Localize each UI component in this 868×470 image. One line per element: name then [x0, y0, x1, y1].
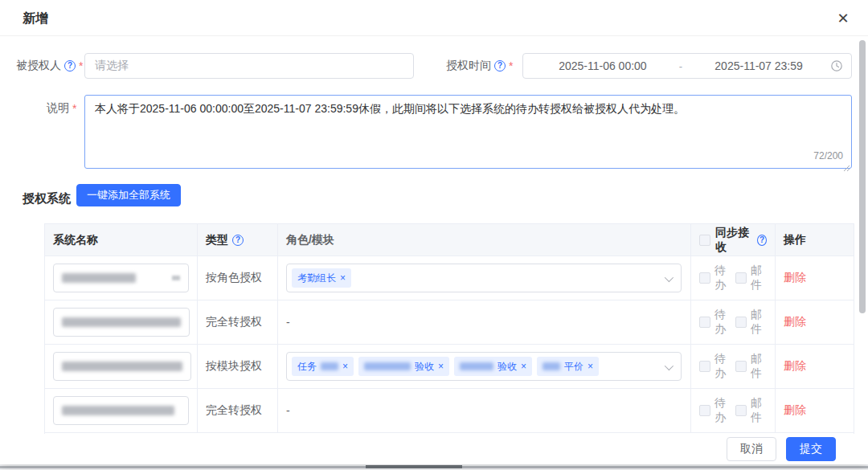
redacted-system-name: [62, 406, 174, 415]
help-icon[interactable]: ?: [757, 235, 767, 246]
column-header-action: 操作: [776, 224, 854, 255]
mail-label: 邮件: [751, 396, 767, 425]
tag-remove-icon[interactable]: ×: [588, 362, 593, 371]
todo-option: 待办: [699, 264, 731, 292]
delete-button[interactable]: 删除: [784, 315, 806, 329]
assignee-select[interactable]: 请选择: [84, 53, 414, 79]
system-name-box[interactable]: [53, 352, 191, 381]
empty-role-dash: -: [286, 404, 290, 417]
tag-remove-icon[interactable]: ×: [438, 362, 444, 371]
description-label: 说明 *: [47, 101, 76, 116]
add-all-systems-button[interactable]: 一键添加全部系统: [76, 184, 181, 206]
tag-text: 考勤组长: [297, 272, 336, 285]
mail-option: 邮件: [735, 308, 767, 337]
close-icon[interactable]: ✕: [833, 8, 854, 29]
page-behind-content: [366, 465, 462, 468]
mail-label: 邮件: [751, 264, 767, 292]
dialog-title: 新增: [23, 10, 48, 27]
role-module-cell: -: [278, 300, 691, 344]
role-multiselect[interactable]: 考勤组长 ×: [286, 264, 682, 292]
redacted-tag-text: [460, 362, 493, 370]
delete-button[interactable]: 删除: [784, 359, 806, 374]
time-start-value[interactable]: 2025-11-06 00:00: [531, 59, 674, 72]
cancel-button[interactable]: 取消: [727, 437, 776, 461]
tag-text: 平价: [564, 360, 583, 374]
system-name-cell: [45, 389, 198, 432]
type-cell: 完全转授权: [198, 300, 278, 344]
table-row: 完全转授权 - 待办 邮件 删除: [45, 389, 854, 433]
mail-checkbox[interactable]: [735, 317, 747, 328]
role-tag: 任务 ×: [292, 357, 354, 376]
help-icon[interactable]: ?: [232, 235, 244, 246]
mail-checkbox[interactable]: [735, 405, 747, 416]
type-text: 完全转授权: [206, 403, 262, 418]
action-cell: 删除: [776, 256, 854, 300]
assignee-placeholder: 请选择: [85, 59, 138, 73]
description-textarea[interactable]: 本人将于2025-11-06 00:00:00至2025-11-07 23:59…: [84, 95, 852, 169]
time-range-picker[interactable]: 2025-11-06 00:00 - 2025-11-07 23:59: [522, 53, 852, 79]
role-multiselect[interactable]: 任务 × 验收 × 验收 ×: [286, 352, 682, 381]
help-icon[interactable]: ?: [494, 60, 506, 72]
assignee-label-text: 被授权人: [16, 59, 61, 73]
required-asterisk: *: [72, 102, 76, 115]
redacted-suffix: [172, 276, 180, 280]
add-authorization-dialog: 新增 ✕ 被授权人 ? * 请选择 授权时间 ? * 2025-11-06 00…: [0, 0, 868, 464]
delete-button[interactable]: 删除: [784, 271, 806, 285]
sync-receive-cell: 待办 邮件: [691, 256, 776, 300]
table-header-row: 系统名称 类型 ? 角色/模块 同步接收 ? 操作: [45, 224, 854, 256]
header-text: 同步接收: [715, 226, 752, 255]
dialog-body: 被授权人 ? * 请选择 授权时间 ? * 2025-11-06 00:00 -…: [0, 37, 868, 434]
todo-checkbox[interactable]: [699, 361, 710, 372]
mail-checkbox[interactable]: [735, 272, 747, 284]
sync-receive-cell: 待办 邮件: [691, 345, 776, 388]
system-name-box[interactable]: [53, 264, 189, 292]
todo-checkbox[interactable]: [699, 405, 710, 416]
column-header-system-name: 系统名称: [45, 224, 198, 255]
role-tag: 平价 ×: [537, 357, 599, 376]
time-label: 授权时间 ? *: [446, 59, 513, 73]
dialog-footer: 取消 提交: [0, 434, 868, 464]
redacted-system-name: [62, 317, 181, 327]
type-cell: 完全转授权: [198, 389, 278, 432]
mail-checkbox[interactable]: [735, 361, 747, 372]
action-cell: 删除: [776, 345, 854, 388]
sync-receive-cell: 待办 邮件: [691, 300, 776, 344]
todo-checkbox[interactable]: [699, 272, 710, 284]
todo-label: 待办: [714, 396, 731, 425]
systems-section-title: 授权系统: [23, 191, 71, 206]
tag-remove-icon[interactable]: ×: [342, 362, 348, 371]
chevron-down-icon: [665, 273, 674, 282]
redacted-tag-text: [321, 362, 338, 370]
todo-label: 待办: [714, 352, 731, 381]
role-tag: 验收 ×: [358, 357, 449, 376]
system-name-cell: [45, 300, 198, 344]
action-cell: 删除: [776, 389, 854, 432]
delete-button[interactable]: 删除: [784, 403, 806, 418]
required-asterisk: *: [509, 59, 513, 72]
systems-table: 系统名称 类型 ? 角色/模块 同步接收 ? 操作: [44, 223, 854, 434]
required-asterisk: *: [79, 59, 83, 72]
todo-checkbox[interactable]: [699, 317, 710, 328]
sync-all-checkbox[interactable]: [699, 235, 710, 246]
type-cell: 按模块授权: [198, 345, 278, 388]
role-module-cell: -: [278, 389, 691, 432]
clock-icon: [830, 59, 843, 72]
column-header-type: 类型 ?: [198, 224, 278, 255]
table-row: 按角色授权 考勤组长 × 待办: [45, 256, 854, 300]
system-name-box[interactable]: [53, 308, 190, 337]
time-end-value[interactable]: 2025-11-07 23:59: [687, 59, 830, 72]
tag-remove-icon[interactable]: ×: [521, 362, 526, 371]
todo-label: 待办: [714, 264, 731, 292]
mail-option: 邮件: [735, 396, 767, 425]
type-cell: 按角色授权: [198, 256, 278, 300]
system-name-cell: [45, 256, 198, 300]
submit-button[interactable]: 提交: [786, 437, 836, 461]
help-icon[interactable]: ?: [64, 60, 76, 72]
system-name-box[interactable]: [53, 396, 189, 425]
column-header-role-module: 角色/模块: [278, 224, 691, 255]
tag-remove-icon[interactable]: ×: [340, 273, 346, 283]
vertical-scrollbar[interactable]: [859, 40, 866, 313]
resize-handle-icon[interactable]: [842, 160, 850, 168]
todo-label: 待办: [714, 308, 731, 337]
mail-label: 邮件: [751, 308, 767, 337]
